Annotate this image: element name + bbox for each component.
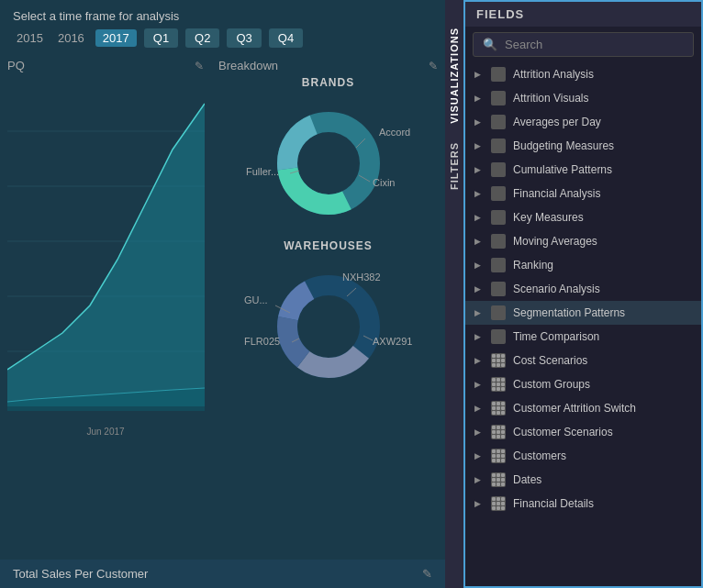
field-item[interactable]: ▶Cumulative Patterns [465,158,701,182]
field-arrow-icon: ▶ [474,499,484,508]
field-name-label: Customer Scenarios [513,426,613,438]
field-item[interactable]: ▶Attrition Analysis [465,62,701,86]
tab-filters[interactable]: FILTERS [446,133,463,199]
breakdown-edit-icon[interactable]: ✎ [429,60,438,72]
field-type-icon [491,353,506,368]
time-selector: Select a time frame for analysis 2015 20… [0,0,445,53]
field-type-icon [491,425,506,439]
field-item[interactable]: ▶Cost Scenarios [465,349,701,372]
field-name-label: Customer Attrition Switch [513,402,636,415]
field-item[interactable]: ▶Scenario Analysis [465,277,701,301]
edit-icon[interactable]: ✎ [195,60,204,72]
field-arrow-icon: ▶ [474,332,484,341]
svg-marker-5 [7,104,205,406]
field-item[interactable]: ▶Ranking [465,253,701,277]
tabs-panel: VISUALIZATIONS FILTERS [445,0,463,588]
field-arrow-icon: ▶ [474,237,484,246]
warehouses-title: WAREHOUSES [218,239,438,252]
field-arrow-icon: ▶ [474,141,484,150]
field-arrow-icon: ▶ [474,213,484,222]
field-item[interactable]: ▶Customer Scenarios [465,420,701,444]
field-type-icon [491,91,506,105]
chart-date-label: Jun 2017 [7,427,204,437]
field-name-label: Segmentation Patterns [513,306,625,319]
field-name-label: Ranking [513,259,553,272]
field-name-label: Cumulative Patterns [513,163,612,176]
field-type-icon [491,258,506,272]
field-type-icon [491,305,506,320]
field-arrow-icon: ▶ [474,404,484,413]
svg-text:Cixin: Cixin [373,177,395,188]
fields-list: ▶Attrition Analysis▶Attrition Visuals▶Av… [465,62,701,586]
field-type-icon [491,329,506,344]
field-type-icon [491,210,506,225]
field-item[interactable]: ▶Attrition Visuals [465,86,701,110]
search-box[interactable]: 🔍 [473,32,694,57]
q2-btn[interactable]: Q2 [185,28,219,48]
fields-header: FIELDS [465,2,701,27]
field-type-icon [491,449,506,463]
field-item[interactable]: ▶Moving Averages [465,229,701,253]
field-name-label: Attrition Analysis [513,68,594,81]
svg-text:Accord: Accord [379,127,410,138]
brands-title: BRANDS [218,76,438,89]
field-arrow-icon: ▶ [474,380,484,389]
year-2016-btn[interactable]: 2016 [54,29,88,47]
field-item[interactable]: ▶Financial Details [465,492,701,516]
field-item[interactable]: ▶Financial Analysis [465,182,701,205]
brands-donut: Accord Cixin Fuller... [237,94,420,232]
field-type-icon [491,186,506,201]
field-name-label: Budgeting Measures [513,139,614,152]
field-arrow-icon: ▶ [474,475,484,484]
tab-visualizations[interactable]: VISUALIZATIONS [446,18,463,133]
charts-area: PQ ✎ [0,53,445,530]
search-icon: 🔍 [483,38,497,51]
time-buttons: 2015 2016 2017 Q1 Q2 Q3 Q4 [13,28,432,48]
field-type-icon [491,472,506,487]
q1-btn[interactable]: Q1 [144,28,178,48]
field-name-label: Cost Scenarios [513,354,587,367]
total-sales-label: Total Sales Per Customer [13,567,148,581]
field-name-label: Financial Analysis [513,187,600,200]
field-item[interactable]: ▶Custom Groups [465,372,701,396]
svg-text:AXW291: AXW291 [373,336,412,347]
field-item[interactable]: ▶Segmentation Patterns [465,301,701,325]
field-type-icon [491,496,506,511]
field-name-label: Scenario Analysis [513,283,600,295]
field-item[interactable]: ▶Key Measures [465,205,701,229]
left-panel: Select a time frame for analysis 2015 20… [0,0,445,588]
q4-btn[interactable]: Q4 [269,28,303,48]
svg-text:NXH382: NXH382 [342,272,381,283]
field-arrow-icon: ▶ [474,308,484,317]
field-type-icon [491,234,506,249]
field-name-label: Custom Groups [513,378,590,391]
field-type-icon [491,401,506,416]
field-item[interactable]: ▶Customers [465,444,701,468]
field-arrow-icon: ▶ [474,165,484,174]
field-item[interactable]: ▶Averages per Day [465,110,701,134]
q3-btn[interactable]: Q3 [227,28,261,48]
fields-title: FIELDS [476,7,524,21]
field-arrow-icon: ▶ [474,117,484,127]
field-item[interactable]: ▶Time Comparison [465,325,701,349]
year-2017-btn[interactable]: 2017 [95,29,137,47]
field-type-icon [491,115,506,129]
field-name-label: Time Comparison [513,330,599,343]
field-arrow-icon: ▶ [474,356,484,365]
field-name-label: Averages per Day [513,116,601,128]
bottom-edit-icon[interactable]: ✎ [422,567,432,581]
field-arrow-icon: ▶ [474,451,484,460]
field-arrow-icon: ▶ [474,94,484,103]
pq-chart-panel: PQ ✎ [0,53,211,530]
svg-text:GU...: GU... [244,294,268,305]
field-item[interactable]: ▶Dates [465,468,701,492]
search-input[interactable] [505,38,684,51]
field-arrow-icon: ▶ [474,70,484,79]
field-type-icon [491,67,506,82]
field-item[interactable]: ▶Budgeting Measures [465,134,701,158]
year-2015-btn[interactable]: 2015 [13,29,47,47]
warehouses-donut: NXH382 AXW291 GU... FLR025 [237,258,420,395]
time-selector-label: Select a time frame for analysis [13,9,432,23]
field-type-icon [491,162,506,177]
field-item[interactable]: ▶Customer Attrition Switch [465,396,701,420]
